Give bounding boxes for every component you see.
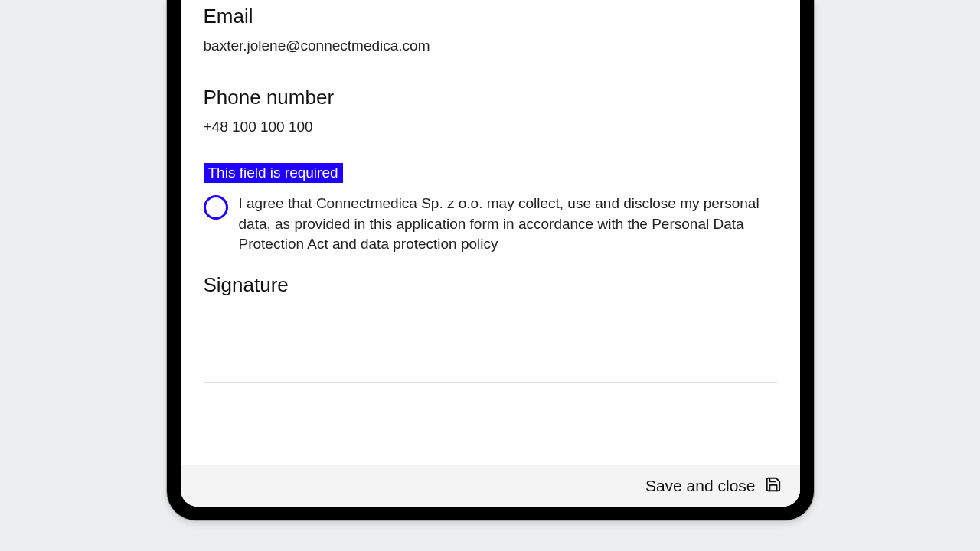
field-signature: Signature [204,273,777,383]
signature-label: Signature [204,273,777,297]
phone-value: +48 100 100 100 [204,119,313,135]
save-and-close-button[interactable]: Save and close [645,477,756,495]
save-icon[interactable] [765,476,782,496]
tablet-frame: Email baxter.jolene@connectmedica.com Ph… [167,0,814,520]
form-content: Email baxter.jolene@connectmedica.com Ph… [181,0,800,465]
signature-input[interactable] [204,306,777,383]
screen: Email baxter.jolene@connectmedica.com Ph… [181,0,800,507]
field-email: Email baxter.jolene@connectmedica.com [204,5,777,64]
consent-text: I agree that Connectmedica Sp. z o.o. ma… [239,194,777,255]
consent-row[interactable]: I agree that Connectmedica Sp. z o.o. ma… [204,194,777,255]
phone-label: Phone number [204,86,777,109]
field-consent: This field is required I agree that Conn… [204,167,777,255]
email-input-row[interactable]: baxter.jolene@connectmedica.com [204,37,777,64]
field-phone: Phone number +48 100 100 100 [204,86,777,145]
email-label: Email [204,5,777,28]
phone-input-row[interactable]: +48 100 100 100 [204,119,777,145]
required-error-badge: This field is required [204,163,343,183]
email-value: baxter.jolene@connectmedica.com [204,37,430,54]
consent-radio[interactable] [204,195,228,220]
footer-bar: Save and close [181,465,800,507]
